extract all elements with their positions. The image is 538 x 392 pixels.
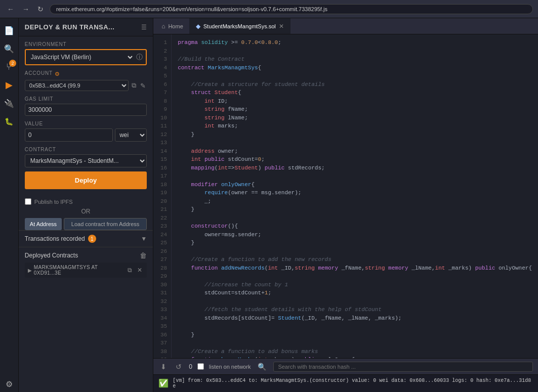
contract-section: CONTRACT MarksManagmtSys - StudentM... D… <box>19 147 153 194</box>
debug-icon: 🐛 <box>5 117 13 125</box>
icon-sidebar: 📄 🔍 ⑂ 2 ▶ 🔌 🐛 ⚙ <box>0 18 19 392</box>
account-row: 0x5B3...eddC4 (99.9 ⧉ ✎ <box>25 80 147 91</box>
search-icon[interactable]: 🔍 <box>256 362 268 372</box>
unit-select[interactable]: wei gwei finney ether <box>115 128 147 142</box>
account-label-row: ACCOUNT ⚙ <box>25 70 147 78</box>
code-content[interactable]: pragma solidity >= 0.7.0<0.8.0; //Build … <box>172 34 538 358</box>
tx-count: 0 <box>189 363 192 370</box>
left-panel: DEPLOY & RUN TRANSA... ☰ ENVIRONMENT Jav… <box>19 18 153 392</box>
tab-close-icon[interactable]: ✕ <box>279 23 284 30</box>
git-badge: 2 <box>9 60 16 67</box>
value-section: VALUE wei gwei finney ether <box>19 121 153 147</box>
sidebar-item-file[interactable]: 📄 <box>1 22 17 38</box>
sol-tab-icon: ◆ <box>196 23 200 30</box>
tab-bar: ⌂ Home ◆ StudentMarksMangmtSys.sol ✕ <box>153 18 538 34</box>
deployed-contract-item: ▶ MARKSMANAGMTSYS AT 0XD91...3E ⧉ ✕ <box>25 263 147 278</box>
load-contract-button[interactable]: Load contract from Address <box>64 218 147 230</box>
gas-limit-section: GAS LIMIT <box>19 96 153 121</box>
publish-checkbox[interactable] <box>25 198 31 205</box>
back-button[interactable]: ← <box>5 4 16 14</box>
console-log: ✅ [vm] from: 0x583...eddC4 to: MarksMana… <box>153 374 538 392</box>
sidebar-item-debug[interactable]: 🐛 <box>1 113 17 129</box>
search-icon: 🔍 <box>4 44 14 54</box>
url-bar[interactable] <box>50 4 533 14</box>
sidebar-item-settings[interactable]: ⚙ <box>1 376 17 392</box>
environment-label: ENVIRONMENT <box>25 41 147 47</box>
account-label: ACCOUNT <box>25 70 53 76</box>
value-row: wei gwei finney ether <box>25 128 147 142</box>
sidebar-item-search[interactable]: 🔍 <box>1 40 17 57</box>
account-gear-icon[interactable]: ⚙ <box>55 71 60 77</box>
contract-expand-icon[interactable]: ▶ <box>28 268 32 273</box>
tab-sol-label: StudentMarksMangmtSys.sol <box>203 23 276 29</box>
log-success-icon: ✅ <box>158 378 169 388</box>
account-select[interactable]: 0x5B3...eddC4 (99.9 <box>25 80 129 91</box>
account-section: ACCOUNT ⚙ 0x5B3...eddC4 (99.9 ⧉ ✎ <box>19 70 153 96</box>
sidebar-item-deploy[interactable]: ▶ <box>1 77 17 93</box>
gas-limit-label: GAS LIMIT <box>25 96 147 102</box>
home-tab-icon: ⌂ <box>161 23 165 30</box>
line-numbers: 12345 678910 1112131415 1617181920 21222… <box>153 34 172 358</box>
search-tx-input[interactable] <box>273 362 533 372</box>
transactions-chevron: ▼ <box>141 235 147 242</box>
bottom-refresh-icon[interactable]: ↺ <box>174 362 184 372</box>
contract-delete-button[interactable]: ✕ <box>136 266 144 274</box>
environment-row: JavaScript VM (Berlin) ⓘ <box>25 49 147 65</box>
refresh-button[interactable]: ↻ <box>35 4 46 14</box>
log-text: [vm] from: 0x583...eddC4 to: MarksManagm… <box>173 378 533 389</box>
forward-button[interactable]: → <box>20 4 31 14</box>
editor-area: ⌂ Home ◆ StudentMarksMangmtSys.sol ✕ 123… <box>153 18 538 392</box>
deployed-contracts-delete-button[interactable]: 🗑 <box>140 251 147 259</box>
value-input[interactable] <box>25 128 113 142</box>
file-icon: 📄 <box>4 26 14 35</box>
deploy-icon: ▶ <box>6 79 13 91</box>
panel-settings-icon[interactable]: ☰ <box>141 24 147 31</box>
environment-section: ENVIRONMENT JavaScript VM (Berlin) ⓘ <box>19 36 153 70</box>
or-divider: OR <box>19 208 153 215</box>
account-edit-button[interactable]: ✎ <box>139 81 147 91</box>
deployed-contracts-label: Deployed Contracts <box>25 252 78 259</box>
panel-title: DEPLOY & RUN TRANSA... <box>25 23 115 31</box>
deployed-contracts-section: Deployed Contracts 🗑 ▶ MARKSMANAGMTSYS A… <box>19 247 153 282</box>
deployed-contracts-header: Deployed Contracts 🗑 <box>25 251 147 259</box>
plugin-icon: 🔌 <box>4 99 14 108</box>
sidebar-item-plugin[interactable]: 🔌 <box>1 95 17 111</box>
tab-sol[interactable]: ◆ StudentMarksMangmtSys.sol ✕ <box>190 18 291 34</box>
tab-home[interactable]: ⌂ Home <box>155 18 190 34</box>
environment-info-icon[interactable]: ⓘ <box>136 53 143 62</box>
code-editor[interactable]: 12345 678910 1112131415 1617181920 21222… <box>153 34 538 358</box>
gas-limit-input[interactable] <box>25 104 147 116</box>
at-address-button[interactable]: At Address <box>25 218 62 230</box>
publish-row: Publish to IPFS <box>19 198 153 205</box>
contract-copy-button[interactable]: ⧉ <box>126 266 134 274</box>
settings-icon: ⚙ <box>6 379 13 389</box>
listen-label: listen on network <box>209 364 251 370</box>
at-address-row: At Address Load contract from Address <box>19 218 153 230</box>
environment-select[interactable]: JavaScript VM (Berlin) <box>29 53 134 61</box>
sidebar-item-git[interactable]: ⑂ 2 <box>1 59 17 75</box>
transactions-header[interactable]: Transactions recorded 1 ▼ <box>25 235 147 243</box>
transactions-section: Transactions recorded 1 ▼ <box>19 230 153 247</box>
browser-bar: ← → ↻ <box>0 0 538 18</box>
transactions-badge: 1 <box>88 235 96 243</box>
deploy-button[interactable]: Deploy <box>25 171 147 189</box>
bottom-down-icon[interactable]: ⬇ <box>158 362 169 372</box>
publish-label: Publish to IPFS <box>34 199 73 205</box>
contract-label: CONTRACT <box>25 147 147 152</box>
panel-header: DEPLOY & RUN TRANSA... ☰ <box>19 18 153 36</box>
contract-select[interactable]: MarksManagmtSys - StudentM... <box>25 154 147 167</box>
transactions-label: Transactions recorded 1 <box>25 235 96 243</box>
value-label: VALUE <box>25 121 147 126</box>
tab-home-label: Home <box>168 23 183 29</box>
contract-name: MARKSMANAGMTSYS AT 0XD91...3E <box>34 265 124 276</box>
account-copy-button[interactable]: ⧉ <box>131 80 137 91</box>
bottom-bar: ⬇ ↺ 0 listen on network 🔍 <box>153 358 538 374</box>
listen-checkbox[interactable] <box>197 363 204 370</box>
